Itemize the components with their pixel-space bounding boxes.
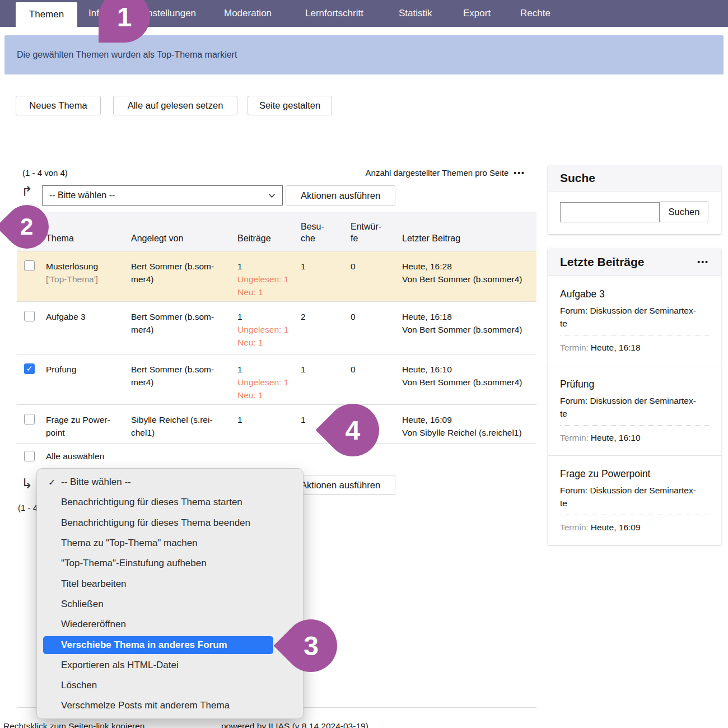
search-panel-title: Suche (560, 171, 595, 185)
per-page-label: Anzahl dargestellter Themen pro Seite (366, 168, 509, 178)
last-post-author: Von Bert Sommer (b.sommer4) (402, 376, 536, 389)
topic-link[interactable]: Aufgabe 3 (46, 310, 131, 323)
menu-item-top-thema-machen[interactable]: Thema zu "Top-Thema" machen (37, 533, 303, 553)
visits-count: 2 (301, 302, 351, 354)
latest-post-forum: Forum: Diskussion der Seminartex- te (560, 304, 709, 330)
column-header-beitraege: Beiträge (237, 212, 301, 251)
search-button[interactable]: Suchen (660, 201, 708, 222)
topic-author: Bert Sommer (b.som- mer4) (131, 302, 237, 354)
menu-item-wiedereroeffnen[interactable]: Wiedereröffnen (37, 614, 303, 634)
menu-item-top-thema-aufheben[interactable]: "Top-Thema"-Einstufung aufheben (37, 553, 303, 573)
drafts-count: 0 (351, 354, 402, 404)
drafts-count: 0 (351, 251, 402, 301)
tab-export[interactable]: Export (463, 0, 491, 27)
dotted-divider (560, 515, 709, 515)
posts-unread: Ungelesen: 1 (237, 273, 301, 286)
topic-author: Sibylle Reichel (s.rei- chel1) (131, 405, 237, 443)
latest-posts-title: Letzte Beiträge (560, 255, 645, 269)
posts-new: Neu: 1 (237, 336, 301, 349)
forum-admin-page: Themen Info Einstellungen Moderation Ler… (0, 0, 728, 728)
latest-posts-panel: Letzte Beiträge ••• Aufgabe 3 Forum: Dis… (548, 248, 721, 545)
termin-value: Heute, 16:09 (591, 522, 641, 532)
mark-all-read-button[interactable]: Alle auf gelesen setzen (113, 96, 237, 115)
column-header-angelegt-von: Angelegt von (131, 212, 237, 251)
table-row: Frage zu Power- point Sibylle Reichel (s… (17, 404, 536, 443)
latest-posts-menu-icon[interactable]: ••• (697, 258, 709, 267)
topic-link[interactable]: Prüfung (46, 363, 131, 376)
tab-lernfortschritt[interactable]: Lernfortschritt (305, 0, 363, 27)
select-all-label: Alle auswählen (46, 451, 104, 461)
action-dropdown-menu: ✓-- Bitte wählen -- Benachrichtigung für… (36, 468, 304, 719)
success-message-text: Die gewählten Themen wurden als Top-Them… (17, 50, 237, 60)
visits-count: 1 (301, 354, 351, 404)
menu-item-verschiebe-thema[interactable]: Verschiebe Thema in anderes Forum (43, 636, 273, 654)
chevron-down-icon (268, 193, 276, 198)
tab-rechte[interactable]: Rechte (520, 0, 550, 27)
row-checkbox[interactable] (24, 260, 35, 271)
tab-themen[interactable]: Themen (16, 2, 77, 27)
column-header-besuche: Besu- che (301, 212, 351, 251)
visits-count: 1 (301, 251, 351, 301)
termin-label: Termin: (560, 433, 589, 442)
last-post-time: Heute, 16:09 (402, 413, 536, 426)
search-input[interactable] (560, 202, 660, 222)
column-header-thema: Thema (46, 212, 131, 251)
latest-post-title[interactable]: Frage zu Powerpoint (560, 468, 709, 480)
tab-moderation[interactable]: Moderation (224, 0, 272, 27)
column-header-letzter-beitrag: Letzter Beitrag (402, 212, 536, 251)
last-post-author: Von Sibylle Reichel (s.reichel1) (402, 426, 536, 439)
posts-count: 1 (237, 260, 301, 273)
footer-powered-by: powered by ILIAS (v 8.14 2024-03-19) (221, 721, 368, 728)
latest-post-item: Frage zu Powerpoint Forum: Diskussion de… (548, 455, 721, 545)
table-row: Musterlösung['Top-Thema'] Bert Sommer (b… (17, 251, 536, 301)
last-post-author: Von Bert Sommer (b.sommer4) (402, 323, 536, 336)
tab-statistik[interactable]: Statistik (399, 0, 432, 27)
topic-link[interactable]: Musterlösung (46, 260, 131, 273)
menu-item-loeschen[interactable]: Löschen (37, 675, 303, 696)
action-select[interactable]: -- Bitte wählen -- (42, 185, 283, 206)
new-topic-button[interactable]: Neues Thema (16, 96, 101, 115)
topic-author: Bert Sommer (b.som- mer4) (131, 354, 237, 404)
per-page-menu-icon[interactable]: ••• (514, 169, 525, 178)
termin-label: Termin: (560, 343, 589, 352)
last-post-time: Heute, 16:18 (402, 310, 536, 323)
table-row: Aufgabe 3 Bert Sommer (b.som- mer4) 1Ung… (17, 301, 536, 354)
table-row: Prüfung Bert Sommer (b.som- mer4) 1Ungel… (17, 354, 536, 404)
menu-item-benachrichtigung-starten[interactable]: Benachrichtigung für dieses Thema starte… (37, 492, 303, 512)
select-all-checkbox[interactable] (24, 451, 35, 461)
menu-item-titel-bearbeiten[interactable]: Titel bearbeiten (37, 573, 303, 594)
table-header-row: Thema Angelegt von Beiträge Besu- che En… (17, 212, 536, 251)
checkmark-icon: ✓ (48, 477, 55, 488)
latest-post-item: Aufgabe 3 Forum: Diskussion der Seminart… (548, 276, 721, 366)
posts-count: 1 (237, 363, 301, 376)
menu-item-bitte-waehlen[interactable]: ✓-- Bitte wählen -- (37, 472, 303, 492)
posts-count: 1 (237, 413, 301, 426)
dotted-divider (560, 335, 709, 335)
posts-unread: Ungelesen: 1 (237, 323, 301, 336)
last-post-time: Heute, 16:28 (402, 260, 536, 273)
row-checkbox[interactable] (24, 311, 35, 321)
posts-count: 1 (237, 310, 301, 323)
termin-value: Heute, 16:10 (591, 433, 641, 442)
column-header-entwuerfe: Entwür- fe (351, 212, 402, 251)
latest-post-title[interactable]: Aufgabe 3 (560, 288, 709, 300)
row-checkbox[interactable] (24, 414, 35, 424)
pagination-range: (1 - 4 von 4) (22, 168, 68, 178)
menu-item-benachrichtigung-beenden[interactable]: Benachrichtigung für dieses Thema beende… (37, 513, 303, 533)
menu-item-verschmelze-posts[interactable]: Verschmelze Posts mit anderem Thema (37, 696, 303, 716)
latest-post-forum: Forum: Diskussion der Seminartex- te (560, 394, 709, 420)
menu-item-schliessen[interactable]: Schließen (37, 594, 303, 614)
last-post-time: Heute, 16:10 (402, 363, 536, 376)
footer-hint-text: Rechtsklick zum Seiten-link kopieren (3, 721, 144, 728)
menu-item-exportieren-html[interactable]: Exportieren als HTML-Datei (37, 655, 303, 675)
dotted-divider (560, 425, 709, 426)
design-page-button[interactable]: Seite gestalten (248, 96, 332, 115)
latest-post-title[interactable]: Prüfung (560, 379, 709, 390)
action-select-value: -- Bitte wählen -- (49, 190, 115, 200)
topic-link[interactable]: Frage zu Power- point (46, 413, 131, 439)
execute-action-button[interactable]: Aktionen ausführen (286, 185, 395, 206)
row-checkbox[interactable] (24, 363, 35, 374)
termin-value: Heute, 16:18 (591, 343, 641, 352)
termin-label: Termin: (560, 522, 589, 532)
topics-table: Thema Angelegt von Beiträge Besu- che En… (17, 212, 536, 444)
